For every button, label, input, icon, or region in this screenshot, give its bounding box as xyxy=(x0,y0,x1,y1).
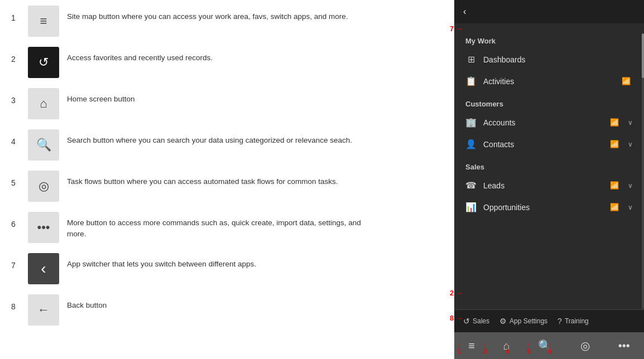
chevron-down-icon: ∨ xyxy=(628,182,633,190)
wifi-icon: 📶 xyxy=(622,77,631,85)
navbar-item-3[interactable]: ◎ xyxy=(575,337,595,355)
row-desc-6: More button to access more commands such… xyxy=(67,217,379,240)
row-number-6: 6 xyxy=(11,220,20,229)
chevron-down-icon: ∨ xyxy=(628,119,633,127)
wifi-icon: 📶 xyxy=(610,140,619,148)
row-number-7: 7 xyxy=(11,261,20,270)
navbar-icon-1: ⌂ xyxy=(503,339,510,352)
navbar-item-1[interactable]: ⌂ xyxy=(498,337,516,355)
left-row-1: 1 ≡ Site map button where you can access… xyxy=(11,6,443,37)
nav-item-label: Accounts xyxy=(483,118,603,127)
nav-item-label: Dashboards xyxy=(483,55,633,64)
sidebar-bottom: ↺ Sales ⚙ App Settings ? Training ≡⌂🔍◎••… xyxy=(454,309,644,359)
left-row-7: 7 ‹ App switcher that lets you switch be… xyxy=(11,253,443,284)
icon-box-5[interactable]: ◎ xyxy=(28,171,59,202)
row-number-1: 1 xyxy=(11,13,20,22)
sidebar-tab-1[interactable]: ⚙ App Settings xyxy=(496,314,551,328)
icon-box-1[interactable]: ≡ xyxy=(28,6,59,37)
row-desc-4: Search button where you can search your … xyxy=(67,135,352,146)
nav-item-label: Leads xyxy=(483,181,603,190)
icon-box-6[interactable]: ••• xyxy=(28,212,59,243)
row-desc-8: Back button xyxy=(67,300,107,311)
nav-item-icon: ☎ xyxy=(465,180,477,191)
left-row-3: 3 ⌂ Home screen button xyxy=(11,88,443,119)
nav-section-1: Customers xyxy=(454,92,644,111)
nav-item-label: Activities xyxy=(483,77,615,86)
right-panel: ‹ My Work ⊞ Dashboards 📋 Activities 📶 Cu… xyxy=(454,0,644,359)
tab-icon-2: ? xyxy=(558,317,562,326)
nav-item-label: Contacts xyxy=(483,140,603,149)
nav-bar: ≡⌂🔍◎••• xyxy=(454,332,644,359)
icon-box-8[interactable]: ← xyxy=(28,294,59,326)
nav-item-my work-dashboards[interactable]: ⊞ Dashboards xyxy=(454,48,644,70)
row-number-8: 8 xyxy=(11,302,20,311)
sidebar-nav[interactable]: My Work ⊞ Dashboards 📋 Activities 📶 Cust… xyxy=(454,23,644,309)
nav-item-icon: 📊 xyxy=(465,202,477,212)
row-desc-1: Site map button where you can access you… xyxy=(67,11,348,22)
wifi-icon: 📶 xyxy=(610,181,619,190)
wifi-icon: 📶 xyxy=(610,203,619,211)
sidebar-header[interactable]: ‹ xyxy=(454,0,644,23)
navbar-item-4[interactable]: ••• xyxy=(613,337,636,355)
chevron-down-icon: ∨ xyxy=(628,203,633,211)
chevron-down-icon: ∨ xyxy=(628,140,633,148)
tab-icon-1: ⚙ xyxy=(499,317,507,326)
tab-label-1: App Settings xyxy=(510,317,547,325)
tab-label-2: Training xyxy=(565,317,589,325)
nav-item-icon: 🏢 xyxy=(465,117,477,128)
sidebar-tab-2[interactable]: ? Training xyxy=(554,314,592,328)
wifi-icon: 📶 xyxy=(610,118,619,127)
navbar-item-0[interactable]: ≡ xyxy=(463,337,480,355)
row-desc-7: App switcher that lets you switch betwee… xyxy=(67,259,256,270)
row-desc-2: Access favorites and recently used recor… xyxy=(67,52,213,64)
row-number-3: 3 xyxy=(11,96,20,105)
nav-item-sales-leads[interactable]: ☎ Leads 📶∨ xyxy=(454,174,644,196)
left-row-5: 5 ◎ Task flows button where you can acce… xyxy=(11,171,443,202)
nav-item-my work-activities[interactable]: 📋 Activities 📶 xyxy=(454,70,644,92)
row-desc-5: Task flows button where you can access a… xyxy=(67,176,338,187)
navbar-icon-2: 🔍 xyxy=(538,339,552,352)
left-row-4: 4 🔍 Search button where you can search y… xyxy=(11,129,443,161)
nav-item-icon: 👤 xyxy=(465,139,477,149)
icon-box-7[interactable]: ‹ xyxy=(28,253,59,284)
sidebar-tabs: ↺ Sales ⚙ App Settings ? Training xyxy=(454,309,644,332)
nav-section-0: My Work xyxy=(454,29,644,48)
icon-box-4[interactable]: 🔍 xyxy=(28,129,59,161)
nav-section-2: Sales xyxy=(454,155,644,174)
nav-item-sales-opportunities[interactable]: 📊 Opportunities 📶∨ xyxy=(454,196,644,218)
back-chevron-icon: ‹ xyxy=(463,7,466,17)
navbar-item-2[interactable]: 🔍 xyxy=(532,337,558,355)
left-row-8: 8 ← Back button xyxy=(11,294,443,326)
navbar-icon-3: ◎ xyxy=(580,339,590,352)
tab-label-0: Sales xyxy=(473,317,489,325)
row-number-5: 5 xyxy=(11,178,20,187)
tab-icon-0: ↺ xyxy=(463,317,470,326)
left-row-2: 2 ↺ Access favorites and recently used r… xyxy=(11,47,443,78)
left-row-6: 6 ••• More button to access more command… xyxy=(11,212,443,243)
navbar-icon-4: ••• xyxy=(618,339,630,352)
row-number-4: 4 xyxy=(11,137,20,146)
scroll-thumb xyxy=(642,33,644,78)
scroll-indicator xyxy=(642,33,644,309)
nav-item-icon: ⊞ xyxy=(465,54,477,65)
icon-box-3[interactable]: ⌂ xyxy=(28,88,59,119)
row-number-2: 2 xyxy=(11,55,20,64)
navbar-icon-0: ≡ xyxy=(468,339,475,352)
sidebar-tab-0[interactable]: ↺ Sales xyxy=(460,314,493,328)
nav-item-label: Opportunities xyxy=(483,203,603,212)
icon-box-2[interactable]: ↺ xyxy=(28,47,59,78)
nav-item-customers-accounts[interactable]: 🏢 Accounts 📶∨ xyxy=(454,111,644,133)
nav-item-icon: 📋 xyxy=(465,76,477,86)
row-desc-3: Home screen button xyxy=(67,94,135,105)
left-panel: 1 ≡ Site map button where you can access… xyxy=(0,0,454,359)
nav-item-customers-contacts[interactable]: 👤 Contacts 📶∨ xyxy=(454,133,644,155)
